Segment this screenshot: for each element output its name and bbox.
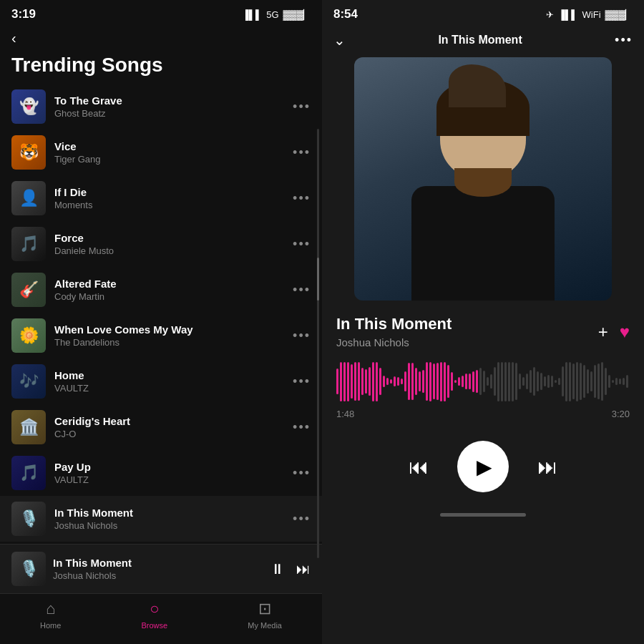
song-artist: Tiger Gang: [54, 154, 284, 165]
play-pause-button[interactable]: ▶: [457, 441, 509, 492]
nav-home[interactable]: ⌂ Home: [40, 600, 61, 630]
wave-bar: [383, 376, 385, 387]
wave-bar: [462, 376, 464, 387]
nav-browse[interactable]: ○ Browse: [141, 600, 167, 630]
wave-bar: [544, 376, 546, 387]
media-icon: ⊡: [258, 600, 271, 618]
song-thumb: 🌼: [11, 318, 46, 353]
track-title: In This Moment: [336, 315, 598, 333]
favorite-button[interactable]: ♥: [620, 322, 630, 342]
home-indicator: [322, 507, 644, 521]
more-options-button[interactable]: •••: [615, 33, 633, 48]
wave-bar: [623, 378, 625, 384]
song-item[interactable]: 🌼 When Love Comes My Way The Dandelions …: [0, 313, 322, 358]
song-thumb: 🎸: [11, 273, 46, 307]
song-menu-button[interactable]: •••: [293, 512, 311, 527]
wave-bar: [537, 371, 539, 391]
wave-bar: [372, 362, 374, 401]
song-menu-button[interactable]: •••: [293, 466, 311, 481]
wave-bar: [433, 364, 435, 400]
song-title: Ceridig's Heart: [54, 415, 284, 427]
browse-icon: ○: [150, 600, 159, 618]
song-title: When Love Comes My Way: [54, 323, 284, 336]
wave-bar: [572, 364, 575, 399]
network-type: 5G: [266, 9, 278, 20]
next-track-button[interactable]: ⏭: [537, 455, 557, 479]
wave-bar: [580, 363, 582, 400]
song-item[interactable]: 👻 To The Grave Ghost Beatz •••: [0, 84, 322, 130]
mini-player-artist: Joshua Nichols: [53, 570, 263, 581]
wave-bar: [512, 362, 514, 401]
previous-button[interactable]: ⏮: [409, 455, 429, 479]
next-button[interactable]: ⏭: [296, 561, 311, 577]
mini-player-info: In This Moment Joshua Nichols: [53, 557, 263, 581]
waveform-container[interactable]: [322, 360, 644, 403]
thumb-icon: 🎸: [19, 280, 39, 299]
wave-bar: [590, 371, 592, 391]
song-thumb: 🎵: [11, 227, 46, 261]
home-icon: ⌂: [46, 600, 55, 618]
wave-bar: [354, 362, 356, 400]
back-button[interactable]: ‹: [0, 26, 322, 49]
wave-bar: [376, 362, 378, 401]
wave-bar: [594, 365, 596, 397]
song-thumb: 🐯: [11, 135, 46, 170]
song-item[interactable]: 👤 If I Die Moments •••: [0, 175, 322, 221]
wave-bar: [530, 370, 532, 392]
body-decoration: [411, 186, 555, 301]
song-item[interactable]: 🐯 Vice Tiger Gang •••: [0, 130, 322, 175]
wave-bar: [555, 380, 557, 383]
wave-bar: [408, 363, 410, 399]
thumb-icon: 🎵: [19, 464, 39, 482]
song-item[interactable]: 🎶 Home VAULTZ •••: [0, 358, 322, 404]
wave-bar: [515, 363, 517, 400]
song-title: To The Grave: [54, 94, 284, 107]
mini-player[interactable]: 🎙️ In This Moment Joshua Nichols ⏸ ⏭: [0, 544, 322, 593]
thumb-icon: 🎵: [19, 235, 39, 253]
total-time: 3:20: [612, 409, 630, 419]
wave-bar: [411, 363, 414, 401]
pause-button[interactable]: ⏸: [270, 561, 285, 577]
wave-bar: [612, 380, 614, 384]
right-panel: 8:54 ✈ ▐▌▌ WiFi ▓▓▓▏ ⌄ In This Moment ••…: [322, 0, 644, 644]
song-thumb: 🎶: [11, 364, 46, 399]
thumb-icon: 👻: [19, 97, 39, 116]
wave-bar: [472, 371, 474, 392]
wave-bar: [454, 380, 457, 383]
wave-bar: [533, 367, 535, 396]
song-menu-button[interactable]: •••: [293, 237, 311, 252]
song-menu-button[interactable]: •••: [293, 283, 311, 298]
song-menu-button[interactable]: •••: [293, 374, 311, 389]
status-bar-left: 3:19 ▐▌▌ 5G ▓▓▓▏: [0, 0, 322, 26]
right-time-display: 8:54: [333, 7, 358, 21]
add-to-library-button[interactable]: +: [598, 322, 608, 342]
song-menu-button[interactable]: •••: [293, 99, 311, 114]
wave-bar: [458, 377, 460, 386]
song-title: Force: [54, 232, 284, 244]
wave-bar: [619, 379, 621, 384]
album-art: [354, 57, 612, 301]
waveform[interactable]: [336, 360, 630, 403]
wave-bar: [494, 367, 496, 396]
wave-bar: [469, 374, 471, 389]
song-item[interactable]: 🏛️ Ceridig's Heart CJ-O •••: [0, 404, 322, 450]
wave-bar: [569, 362, 571, 401]
song-title: Pay Up: [54, 461, 284, 473]
collapse-button[interactable]: ⌄: [333, 31, 346, 49]
wifi-icon: WiFi: [582, 9, 601, 20]
song-menu-button[interactable]: •••: [293, 420, 311, 435]
scrollbar-thumb[interactable]: [317, 258, 319, 301]
song-item[interactable]: 🎵 Pay Up VAULTZ •••: [0, 450, 322, 496]
mini-player-thumb: 🎙️: [11, 552, 46, 586]
song-item[interactable]: 🎙️ In This Moment Joshua Nichols •••: [0, 496, 322, 542]
thumb-icon: 👤: [19, 189, 39, 208]
song-menu-button[interactable]: •••: [293, 145, 311, 160]
wave-bar: [444, 362, 446, 401]
song-title: In This Moment: [54, 507, 284, 519]
track-text: In This Moment Joshua Nichols: [336, 315, 598, 348]
song-menu-button[interactable]: •••: [293, 328, 311, 343]
nav-my-media[interactable]: ⊡ My Media: [248, 600, 282, 630]
song-item[interactable]: 🎵 Force Daniele Musto •••: [0, 221, 322, 267]
song-menu-button[interactable]: •••: [293, 191, 311, 206]
song-item[interactable]: 🎸 Altered Fate Cody Martin •••: [0, 267, 322, 313]
